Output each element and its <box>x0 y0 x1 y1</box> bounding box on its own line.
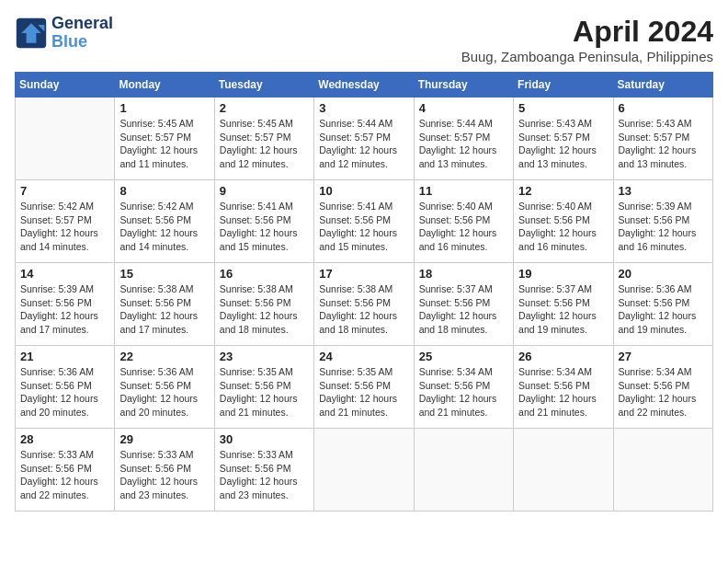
calendar-cell <box>314 429 414 511</box>
calendar-day-header: Sunday <box>16 73 115 98</box>
day-number: 16 <box>220 267 309 281</box>
calendar-cell: 14 Sunrise: 5:39 AMSunset: 5:56 PMDaylig… <box>16 263 115 346</box>
cell-info: Sunrise: 5:34 AMSunset: 5:56 PMDaylight:… <box>419 365 508 419</box>
calendar-cell: 30 Sunrise: 5:33 AMSunset: 5:56 PMDaylig… <box>214 429 313 511</box>
day-number: 6 <box>619 101 708 115</box>
day-number: 5 <box>518 101 608 115</box>
calendar-cell: 1 Sunrise: 5:45 AMSunset: 5:57 PMDayligh… <box>115 98 214 180</box>
day-number: 10 <box>319 184 408 198</box>
calendar-cell: 28 Sunrise: 5:33 AMSunset: 5:56 PMDaylig… <box>16 429 115 511</box>
cell-info: Sunrise: 5:39 AMSunset: 5:56 PMDaylight:… <box>619 200 708 254</box>
calendar-cell: 25 Sunrise: 5:34 AMSunset: 5:56 PMDaylig… <box>414 346 513 429</box>
calendar-cell: 23 Sunrise: 5:35 AMSunset: 5:56 PMDaylig… <box>214 346 313 429</box>
calendar-header-row: SundayMondayTuesdayWednesdayThursdayFrid… <box>16 73 713 98</box>
cell-info: Sunrise: 5:42 AMSunset: 5:56 PMDaylight:… <box>119 200 209 254</box>
day-number: 1 <box>119 101 209 115</box>
calendar-cell: 4 Sunrise: 5:44 AMSunset: 5:57 PMDayligh… <box>414 98 513 180</box>
day-number: 18 <box>419 267 508 281</box>
day-number: 4 <box>419 101 508 115</box>
calendar-cell: 3 Sunrise: 5:44 AMSunset: 5:57 PMDayligh… <box>314 98 414 180</box>
calendar-day-header: Wednesday <box>314 73 414 98</box>
calendar-week-row: 14 Sunrise: 5:39 AMSunset: 5:56 PMDaylig… <box>16 263 713 346</box>
day-number: 30 <box>220 432 309 446</box>
calendar-cell: 18 Sunrise: 5:37 AMSunset: 5:56 PMDaylig… <box>414 263 513 346</box>
calendar-cell <box>514 429 613 511</box>
cell-info: Sunrise: 5:41 AMSunset: 5:56 PMDaylight:… <box>220 200 309 254</box>
cell-info: Sunrise: 5:34 AMSunset: 5:56 PMDaylight:… <box>518 365 608 419</box>
cell-info: Sunrise: 5:43 AMSunset: 5:57 PMDaylight:… <box>619 117 708 171</box>
calendar-cell: 5 Sunrise: 5:43 AMSunset: 5:57 PMDayligh… <box>514 98 613 180</box>
calendar-cell: 27 Sunrise: 5:34 AMSunset: 5:56 PMDaylig… <box>613 346 712 429</box>
cell-info: Sunrise: 5:45 AMSunset: 5:57 PMDaylight:… <box>119 117 209 171</box>
calendar-body: 1 Sunrise: 5:45 AMSunset: 5:57 PMDayligh… <box>16 98 713 511</box>
calendar-cell <box>613 429 712 511</box>
cell-info: Sunrise: 5:35 AMSunset: 5:56 PMDaylight:… <box>319 365 408 419</box>
logo-icon <box>15 17 48 50</box>
calendar-cell: 9 Sunrise: 5:41 AMSunset: 5:56 PMDayligh… <box>214 180 313 263</box>
calendar-week-row: 1 Sunrise: 5:45 AMSunset: 5:57 PMDayligh… <box>16 98 713 180</box>
calendar-cell: 24 Sunrise: 5:35 AMSunset: 5:56 PMDaylig… <box>314 346 414 429</box>
cell-info: Sunrise: 5:38 AMSunset: 5:56 PMDaylight:… <box>220 282 309 337</box>
calendar-cell: 22 Sunrise: 5:36 AMSunset: 5:56 PMDaylig… <box>115 346 214 429</box>
location-title: Buug, Zamboanga Peninsula, Philippines <box>461 49 713 64</box>
calendar-day-header: Saturday <box>613 73 712 98</box>
day-number: 14 <box>20 267 109 281</box>
calendar-cell: 6 Sunrise: 5:43 AMSunset: 5:57 PMDayligh… <box>613 98 712 180</box>
calendar-day-header: Tuesday <box>214 73 313 98</box>
cell-info: Sunrise: 5:36 AMSunset: 5:56 PMDaylight:… <box>20 365 109 419</box>
day-number: 8 <box>119 184 209 198</box>
day-number: 27 <box>619 350 708 363</box>
calendar-cell: 16 Sunrise: 5:38 AMSunset: 5:56 PMDaylig… <box>214 263 313 346</box>
cell-info: Sunrise: 5:38 AMSunset: 5:56 PMDaylight:… <box>119 282 209 337</box>
day-number: 2 <box>220 101 309 115</box>
day-number: 25 <box>419 350 508 363</box>
day-number: 29 <box>119 432 209 446</box>
day-number: 28 <box>20 432 109 446</box>
day-number: 24 <box>319 350 408 363</box>
calendar-day-header: Thursday <box>414 73 513 98</box>
calendar-cell: 2 Sunrise: 5:45 AMSunset: 5:57 PMDayligh… <box>214 98 313 180</box>
cell-info: Sunrise: 5:44 AMSunset: 5:57 PMDaylight:… <box>319 117 408 171</box>
calendar-cell: 19 Sunrise: 5:37 AMSunset: 5:56 PMDaylig… <box>514 263 613 346</box>
calendar-cell: 26 Sunrise: 5:34 AMSunset: 5:56 PMDaylig… <box>514 346 613 429</box>
calendar-table: SundayMondayTuesdayWednesdayThursdayFrid… <box>15 72 713 511</box>
day-number: 13 <box>619 184 708 198</box>
calendar-day-header: Monday <box>115 73 214 98</box>
calendar-cell: 15 Sunrise: 5:38 AMSunset: 5:56 PMDaylig… <box>115 263 214 346</box>
cell-info: Sunrise: 5:45 AMSunset: 5:57 PMDaylight:… <box>220 117 309 171</box>
calendar-week-row: 7 Sunrise: 5:42 AMSunset: 5:57 PMDayligh… <box>16 180 713 263</box>
cell-info: Sunrise: 5:44 AMSunset: 5:57 PMDaylight:… <box>419 117 508 171</box>
cell-info: Sunrise: 5:38 AMSunset: 5:56 PMDaylight:… <box>319 282 408 337</box>
calendar-cell: 8 Sunrise: 5:42 AMSunset: 5:56 PMDayligh… <box>115 180 214 263</box>
month-title: April 2024 <box>461 15 713 49</box>
cell-info: Sunrise: 5:40 AMSunset: 5:56 PMDaylight:… <box>419 200 508 254</box>
cell-info: Sunrise: 5:36 AMSunset: 5:56 PMDaylight:… <box>119 365 209 419</box>
page-header: General Blue April 2024 Buug, Zamboanga … <box>15 15 713 64</box>
day-number: 20 <box>619 267 708 281</box>
day-number: 19 <box>518 267 608 281</box>
cell-info: Sunrise: 5:34 AMSunset: 5:56 PMDaylight:… <box>619 365 708 419</box>
calendar-day-header: Friday <box>514 73 613 98</box>
calendar-cell: 10 Sunrise: 5:41 AMSunset: 5:56 PMDaylig… <box>314 180 414 263</box>
calendar-week-row: 28 Sunrise: 5:33 AMSunset: 5:56 PMDaylig… <box>16 429 713 511</box>
calendar-cell: 21 Sunrise: 5:36 AMSunset: 5:56 PMDaylig… <box>16 346 115 429</box>
cell-info: Sunrise: 5:33 AMSunset: 5:56 PMDaylight:… <box>119 448 209 502</box>
day-number: 21 <box>20 350 109 363</box>
calendar-cell <box>414 429 513 511</box>
cell-info: Sunrise: 5:37 AMSunset: 5:56 PMDaylight:… <box>419 282 508 337</box>
cell-info: Sunrise: 5:33 AMSunset: 5:56 PMDaylight:… <box>20 448 109 502</box>
day-number: 3 <box>319 101 408 115</box>
cell-info: Sunrise: 5:33 AMSunset: 5:56 PMDaylight:… <box>220 448 309 502</box>
calendar-cell: 11 Sunrise: 5:40 AMSunset: 5:56 PMDaylig… <box>414 180 513 263</box>
cell-info: Sunrise: 5:35 AMSunset: 5:56 PMDaylight:… <box>220 365 309 419</box>
day-number: 11 <box>419 184 508 198</box>
day-number: 22 <box>119 350 209 363</box>
day-number: 7 <box>20 184 109 198</box>
cell-info: Sunrise: 5:37 AMSunset: 5:56 PMDaylight:… <box>518 282 608 337</box>
day-number: 12 <box>518 184 608 198</box>
cell-info: Sunrise: 5:40 AMSunset: 5:56 PMDaylight:… <box>518 200 608 254</box>
day-number: 9 <box>220 184 309 198</box>
calendar-cell: 17 Sunrise: 5:38 AMSunset: 5:56 PMDaylig… <box>314 263 414 346</box>
calendar-cell <box>16 98 115 180</box>
calendar-week-row: 21 Sunrise: 5:36 AMSunset: 5:56 PMDaylig… <box>16 346 713 429</box>
